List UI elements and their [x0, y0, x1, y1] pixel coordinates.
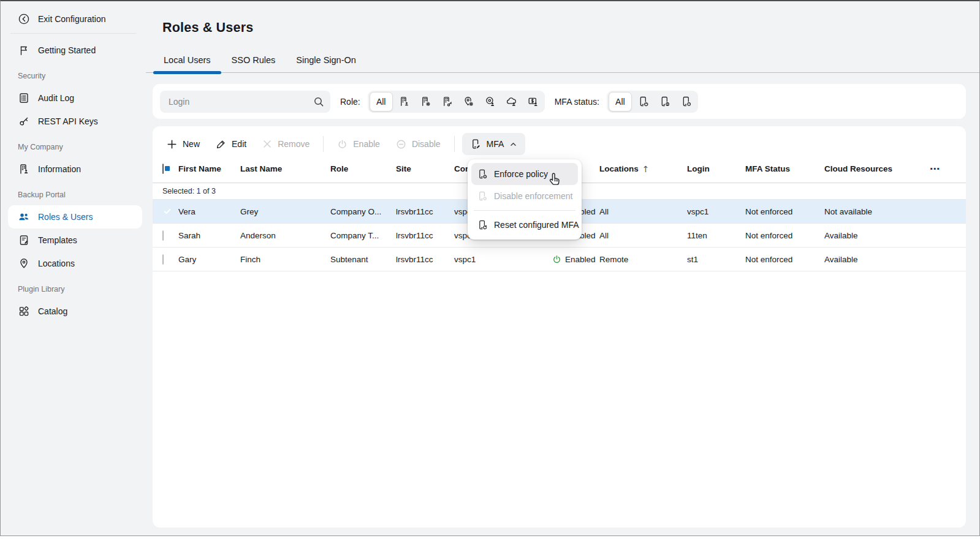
edit-button-label: Edit: [232, 139, 246, 149]
site-operator-icon[interactable]: [479, 92, 501, 112]
toolbar-divider: [454, 136, 455, 152]
cell-first-name: Gary: [178, 255, 240, 264]
menu-item-disable-enforcement: Disable enforcement: [471, 185, 578, 207]
role-filter-label: Role:: [340, 97, 360, 107]
mfa-filter-all-button[interactable]: All: [609, 92, 632, 112]
cell-cloud-resources: Not available: [824, 207, 923, 216]
column-header-role[interactable]: Role: [330, 164, 396, 173]
sidebar-item-label: Catalog: [38, 306, 67, 316]
subtenant-icon[interactable]: [501, 92, 522, 112]
sidebar-item-information[interactable]: Information: [1, 157, 146, 181]
cell-mfa-status: Not enforced: [745, 207, 824, 216]
cell-mfa-status: Not enforced: [745, 231, 824, 240]
sidebar-item-label: Roles & Users: [38, 212, 93, 222]
search-input[interactable]: [160, 91, 330, 113]
remove-button: Remove: [254, 133, 317, 155]
cell-last-name: Grey: [240, 207, 330, 216]
menu-item-label: Disable enforcement: [494, 191, 572, 201]
sidebar-item-label: Information: [38, 164, 81, 174]
users-icon: [18, 211, 30, 223]
table-row[interactable]: Gary Finch Subtenant lrsvbr11cc vspc1 En…: [153, 248, 966, 271]
company-building-icon: [18, 163, 30, 175]
company-administrator-icon[interactable]: [415, 92, 436, 112]
column-header-site[interactable]: Site: [396, 164, 454, 173]
cell-status: Enabled: [552, 255, 599, 264]
sidebar-item-roles-users[interactable]: Roles & Users: [8, 205, 142, 229]
column-header-first-name[interactable]: First Name: [178, 164, 240, 173]
menu-item-label: Reset configured MFA: [494, 220, 579, 230]
company-owner-icon[interactable]: [393, 92, 415, 112]
row-checkbox-unchecked[interactable]: [162, 230, 164, 241]
sidebar-divider: [10, 33, 136, 34]
device-x-icon: [477, 191, 488, 202]
filter-bar: Role: All: [153, 84, 966, 119]
sidebar-item-audit-log[interactable]: Audit Log: [1, 86, 146, 110]
menu-item-reset-configured-mfa[interactable]: Reset configured MFA: [471, 214, 578, 236]
sidebar-item-getting-started[interactable]: Getting Started: [1, 39, 146, 62]
menu-item-enforce-policy[interactable]: Enforce policy: [471, 163, 578, 185]
sidebar-item-label: Exit Configuration: [38, 14, 106, 24]
remove-x-icon: [262, 139, 272, 149]
sort-asc-icon: ↑: [642, 164, 650, 174]
column-header-mfa-status[interactable]: MFA Status: [745, 164, 824, 173]
plus-icon: [167, 139, 177, 149]
cell-mfa-status: Not enforced: [745, 255, 824, 264]
finance-operator-icon[interactable]: [522, 92, 544, 112]
site-administrator-icon[interactable]: [458, 92, 479, 112]
tab-sso-rules[interactable]: SSO Rules: [221, 51, 286, 72]
column-options-button[interactable]: ⋯: [930, 163, 956, 175]
column-header-login[interactable]: Login: [687, 164, 745, 173]
page-title: Roles & Users: [146, 1, 979, 36]
tab-local-users[interactable]: Local Users: [153, 51, 221, 72]
sidebar-item-exit-configuration[interactable]: Exit Configuration: [1, 7, 146, 31]
mfa-menu-button[interactable]: MFA: [462, 133, 526, 155]
mfa-dropdown-menu: Enforce policy Disable enforcement Reset…: [468, 159, 582, 240]
device-power-icon: [477, 168, 488, 180]
sidebar-section-my-company: My Company: [1, 142, 146, 153]
sidebar-section-plugin-library: Plugin Library: [1, 284, 146, 295]
row-checkbox-unchecked[interactable]: [162, 254, 164, 265]
sidebar-item-catalog[interactable]: Catalog: [1, 300, 146, 323]
mfa-filter-group: All: [607, 91, 698, 113]
select-all-checkbox[interactable]: [162, 164, 164, 174]
minus-circle-icon: [396, 139, 406, 149]
key-icon: [18, 115, 30, 127]
tab-single-sign-on[interactable]: Single Sign-On: [286, 51, 367, 72]
cell-login: 11ten: [687, 231, 745, 240]
cell-locations: Remote: [599, 255, 687, 264]
role-filter-all-button[interactable]: All: [370, 92, 393, 112]
row-checkbox-checked[interactable]: [162, 206, 178, 216]
column-header-last-name[interactable]: Last Name: [240, 164, 330, 173]
catalog-grid-icon: [18, 305, 30, 317]
new-button[interactable]: New: [159, 133, 208, 155]
template-clipboard-icon: [18, 234, 30, 246]
edit-button[interactable]: Edit: [208, 133, 254, 155]
app-window: Exit Configuration Getting Started Secur…: [0, 0, 980, 536]
back-circle-icon: [18, 13, 30, 25]
sidebar-item-locations[interactable]: Locations: [1, 252, 146, 275]
new-button-label: New: [183, 139, 200, 149]
cell-site: lrsvbr11cc: [396, 255, 454, 264]
role-filter-group: All: [368, 91, 545, 113]
cell-cloud-resources: Available: [824, 255, 923, 264]
pencil-icon: [216, 139, 226, 149]
mfa-not-configured-icon[interactable]: [675, 92, 697, 112]
sidebar-item-label: REST API Keys: [38, 116, 98, 126]
company-invoice-auditor-icon[interactable]: [436, 92, 458, 112]
sidebar-item-label: Audit Log: [38, 93, 74, 103]
cell-login: vspc1: [687, 207, 745, 216]
mfa-button-label: MFA: [487, 139, 504, 149]
column-header-locations[interactable]: Locations ↑: [599, 164, 687, 174]
sidebar-item-rest-api-keys[interactable]: REST API Keys: [1, 110, 146, 133]
mfa-disabled-icon[interactable]: [654, 92, 675, 112]
sidebar-item-label: Locations: [38, 259, 75, 268]
column-header-cloud-resources[interactable]: Cloud Resources: [824, 164, 923, 173]
search-box: [160, 91, 330, 113]
audit-log-icon: [18, 92, 30, 104]
disable-button: Disable: [388, 133, 449, 155]
mfa-enabled-icon[interactable]: [632, 92, 654, 112]
sidebar-item-templates[interactable]: Templates: [1, 229, 146, 252]
cell-cloud-resources: Available: [824, 231, 923, 240]
search-icon: [313, 96, 324, 107]
cell-locations: All: [599, 207, 687, 216]
